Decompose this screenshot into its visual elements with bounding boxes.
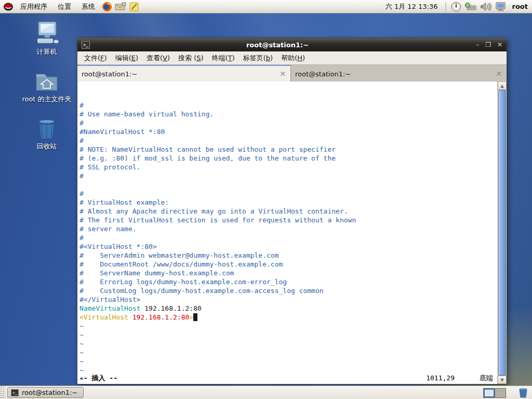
volume-icon[interactable] [480, 2, 491, 11]
editor-line: #<VirtualHost *:80> [79, 242, 497, 251]
redhat-menu-icon[interactable] [2, 1, 15, 12]
desktop-icon-trash[interactable]: 回收站 [15, 117, 79, 151]
terminal-menubar: 文件(F) 编辑(E) 查看(V) 搜索 (S) 终端(T) 标签页(b) 帮助… [77, 51, 507, 64]
editor-line: # [79, 101, 497, 110]
display-icon[interactable] [495, 2, 507, 11]
menu-help[interactable]: 帮助(H) [277, 52, 309, 64]
editor-line: # [79, 171, 497, 180]
panel-separator [445, 2, 447, 11]
terminal-text[interactable]: ## Use name-based virtual hosting.##Name… [77, 82, 497, 384]
editor-line: # SSL protocol. [79, 163, 497, 171]
vim-statusline: -- 插入 -- 1011,29 底端 [79, 374, 493, 382]
terminal-scrollbar[interactable]: ▲ ▼ [497, 82, 507, 384]
computer-icon [33, 21, 60, 46]
editor-line: # NOTE: NameVirtualHost cannot be used w… [79, 145, 497, 154]
bottom-taskbar: >_ root@station1:~ [0, 385, 532, 399]
workspace-switcher [483, 388, 506, 398]
redhat-icon [3, 2, 14, 11]
tab-label: root@station1:~ [291, 70, 496, 78]
editor-line: #</VirtualHost> [79, 295, 497, 304]
tab-close-icon[interactable]: ✕ [280, 70, 286, 77]
menu-edit[interactable]: 编辑(E) [111, 52, 142, 64]
editor-lines: ## Use name-based virtual hosting.##Name… [79, 101, 497, 383]
editor-line: # [79, 136, 497, 145]
scroll-down-icon[interactable]: ▼ [498, 376, 507, 384]
logged-in-user[interactable]: root [510, 3, 528, 10]
menu-system[interactable]: 系统 [77, 1, 100, 13]
tab-label: root@station1:~ [77, 70, 280, 78]
editor-line: # Use name-based virtual hosting. [79, 110, 497, 118]
workspace-1[interactable] [484, 389, 495, 397]
editor-line: # ServerName dummy-host.example.com [79, 269, 497, 277]
task-button-label: root@station1:~ [22, 389, 77, 396]
desktop-icon-home[interactable]: root 的主文件夹 [15, 70, 79, 104]
editor-line: # [79, 233, 497, 242]
terminal-icon: >_ [11, 389, 19, 396]
scroll-up-icon[interactable]: ▲ [498, 82, 507, 90]
menu-search[interactable]: 搜索 (S) [174, 52, 208, 64]
editor-line: ~ [79, 348, 497, 357]
terminal-icon: >_ [82, 41, 90, 49]
window-title: root@station1:~ [90, 41, 465, 49]
tab-inactive[interactable]: root@station1:~ ✕ [291, 65, 507, 82]
taskbar-task-button[interactable]: >_ root@station1:~ [7, 387, 84, 398]
editor-line: # [79, 118, 497, 127]
desktop-icon-label: root 的主文件夹 [22, 95, 71, 104]
terminal-tabbar: root@station1:~ ✕ root@station1:~ ✕ [77, 64, 507, 82]
editor-line: # ServerAdmin webmaster@dummy-host.examp… [79, 251, 497, 260]
tab-active[interactable]: root@station1:~ ✕ [77, 65, 291, 82]
editor-line: # ErrorLog logs/dummy-host.example.com-e… [79, 277, 497, 286]
menu-places[interactable]: 位置 [53, 1, 76, 13]
system-monitor-icon[interactable] [451, 2, 461, 12]
firefox-launcher[interactable] [101, 1, 113, 12]
terminal-content: ## Use name-based virtual hosting.##Name… [77, 82, 507, 384]
editor-line: ~ [79, 339, 497, 348]
editor-line [79, 180, 497, 189]
notes-icon [129, 2, 139, 12]
taskbar-grip[interactable] [0, 386, 5, 399]
editor-line: # (e.g. :80) if mod_ssl is being used, d… [79, 154, 497, 163]
editor-line: # Almost any Apache directive may go int… [79, 207, 497, 216]
editor-line: #NameVirtualHost *:80 [79, 127, 497, 136]
menu-tabs[interactable]: 标签页(b) [239, 52, 277, 64]
editor-line: # server name. [79, 224, 497, 233]
home-folder-icon [33, 70, 60, 93]
desktop-icon-computer[interactable]: 计算机 [15, 21, 79, 57]
email-icon [115, 2, 126, 11]
close-button[interactable]: ✕ [497, 42, 502, 48]
trash-icon [35, 117, 59, 140]
desktop-icon-label: 计算机 [37, 47, 57, 57]
minimize-button[interactable]: – [476, 42, 479, 48]
editor-line: ~ [79, 330, 497, 339]
keyboard-indicator-icon[interactable] [465, 2, 476, 11]
editor-line: # CustomLog logs/dummy-host.example.com-… [79, 286, 497, 295]
menu-view[interactable]: 查看(V) [142, 52, 174, 64]
menu-applications[interactable]: 应用程序 [16, 1, 52, 13]
vim-mode: -- 插入 -- [79, 374, 117, 382]
notes-launcher[interactable] [128, 1, 140, 12]
editor-line: ~ [79, 322, 497, 330]
tab-close-icon[interactable]: ✕ [496, 70, 502, 77]
firefox-icon [102, 2, 112, 12]
editor-line: ~ [79, 357, 497, 366]
editor-line: # The first VirtualHost section is used … [79, 216, 497, 224]
panel-clock[interactable]: 六 1月 12 13:36 [382, 2, 441, 11]
email-launcher[interactable] [114, 1, 127, 12]
menu-file[interactable]: 文件(F) [80, 52, 111, 64]
vim-scroll-indicator: 底端 [480, 374, 493, 382]
taskbar-trash[interactable] [517, 387, 529, 399]
top-panel: 应用程序 位置 系统 六 1月 12 13:36 [0, 0, 532, 14]
editor-line: <VirtualHost 192.168.1.2:80> [79, 313, 497, 322]
window-titlebar[interactable]: >_ root@station1:~ – ❐ ✕ [77, 38, 507, 51]
terminal-window: >_ root@station1:~ – ❐ ✕ 文件(F) 编辑(E) 查看(… [77, 37, 507, 384]
workspace-2[interactable] [495, 389, 506, 397]
vim-cursor-position: 1011,29 [426, 374, 455, 382]
menu-terminal[interactable]: 终端(T) [208, 52, 239, 64]
scrollbar-thumb[interactable] [498, 90, 506, 376]
maximize-button[interactable]: ❐ [485, 42, 491, 48]
editor-line: # DocumentRoot /www/docs/dummy-host.exam… [79, 260, 497, 269]
trash-icon [517, 387, 529, 398]
desktop-icon-label: 回收站 [37, 142, 57, 151]
editor-line: # VirtualHost example: [79, 198, 497, 207]
editor-line: NameVirtualHost 192.168.1.2:80 [79, 304, 497, 313]
